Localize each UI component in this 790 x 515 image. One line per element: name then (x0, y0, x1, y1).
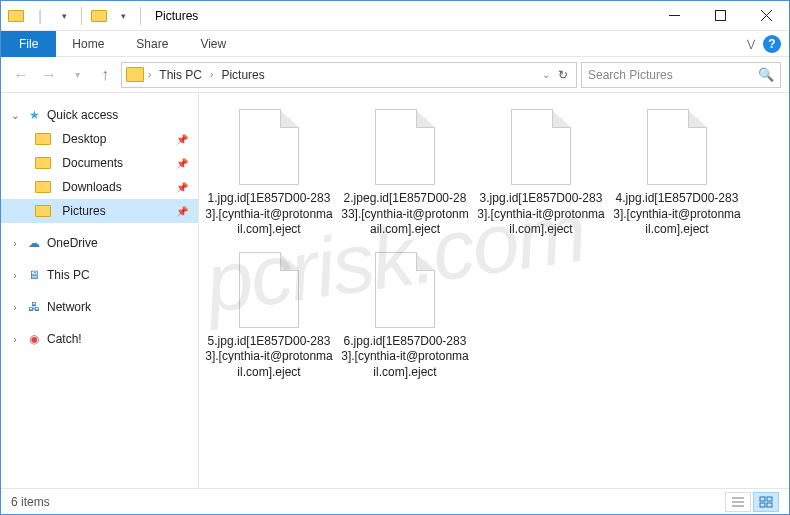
tab-view[interactable]: View (184, 31, 242, 57)
forward-button[interactable]: → (37, 63, 61, 87)
file-item[interactable]: 4.jpg.id[1E857D00-2833].[cynthia-it@prot… (613, 109, 741, 238)
status-bar: 6 items (1, 488, 789, 514)
details-view-button[interactable] (725, 492, 751, 512)
file-area[interactable]: 1.jpg.id[1E857D00-2833].[cynthia-it@prot… (199, 93, 789, 489)
sidebar-item-catch[interactable]: › ◉ Catch! (1, 327, 198, 351)
sidebar-item-label: Network (47, 300, 91, 314)
file-item[interactable]: 6.jpg.id[1E857D00-2833].[cynthia-it@prot… (341, 252, 469, 381)
window-controls (651, 1, 789, 31)
sidebar-item-network[interactable]: › 🖧 Network (1, 295, 198, 319)
sidebar-item-label: Quick access (47, 108, 118, 122)
qat-dropdown-icon[interactable]: ▾ (53, 5, 75, 27)
sidebar-item-label: Documents (62, 156, 123, 170)
sidebar-item-documents[interactable]: Documents 📌 (1, 151, 198, 175)
sidebar-item-label: OneDrive (47, 236, 98, 250)
folder-icon (126, 67, 144, 82)
refresh-icon[interactable]: ↻ (558, 68, 568, 82)
dropdown-icon[interactable]: ⌄ (542, 69, 550, 80)
expand-ribbon-icon[interactable]: ⋁ (747, 38, 755, 49)
qat-dropdown-icon[interactable]: ▾ (112, 5, 134, 27)
file-icon (375, 252, 435, 328)
folder-icon (35, 157, 51, 169)
search-placeholder: Search Pictures (588, 68, 673, 82)
sidebar-item-onedrive[interactable]: › ☁ OneDrive (1, 231, 198, 255)
file-name: 5.jpg.id[1E857D00-2833].[cynthia-it@prot… (205, 334, 333, 381)
pin-icon: 📌 (176, 206, 188, 217)
address-bar[interactable]: › This PC › Pictures ⌄ ↻ (121, 62, 577, 88)
file-item[interactable]: 1.jpg.id[1E857D00-2833].[cynthia-it@prot… (205, 109, 333, 238)
sidebar-item-label: Desktop (62, 132, 106, 146)
breadcrumb-root[interactable]: This PC (153, 63, 208, 87)
file-icon (375, 109, 435, 185)
chevron-right-icon[interactable]: › (210, 69, 213, 80)
file-icon (511, 109, 571, 185)
quick-access-toolbar: | ▾ ▾ (1, 5, 149, 27)
sidebar-item-this-pc[interactable]: › 🖥 This PC (1, 263, 198, 287)
chevron-right-icon[interactable]: › (9, 238, 21, 249)
svg-rect-7 (760, 497, 765, 501)
sidebar-item-pictures[interactable]: Pictures 📌 (1, 199, 198, 223)
pin-icon: 📌 (176, 158, 188, 169)
ribbon: File Home Share View ⋁ ? (1, 31, 789, 57)
qat-sep: | (29, 5, 51, 27)
svg-rect-8 (767, 497, 772, 501)
breadcrumb-current[interactable]: Pictures (215, 63, 270, 87)
chevron-right-icon[interactable]: › (9, 334, 21, 345)
network-icon: 🖧 (25, 300, 43, 314)
folder-icon (35, 181, 51, 193)
file-icon (239, 109, 299, 185)
tab-share[interactable]: Share (120, 31, 184, 57)
folder-icon (35, 205, 51, 217)
icons-view-button[interactable] (753, 492, 779, 512)
folder-small-icon[interactable] (88, 5, 110, 27)
svg-rect-10 (767, 503, 772, 507)
file-icon (239, 252, 299, 328)
svg-rect-1 (715, 11, 725, 21)
monitor-icon: 🖥 (25, 268, 43, 282)
svg-rect-9 (760, 503, 765, 507)
sidebar-item-label: Downloads (62, 180, 121, 194)
body-area: ⌄ ★ Quick access Desktop 📌 Documents 📌 D… (1, 93, 789, 489)
chevron-down-icon[interactable]: ⌄ (9, 110, 21, 121)
search-icon[interactable]: 🔍 (758, 67, 774, 82)
chevron-right-icon[interactable]: › (9, 270, 21, 281)
sidebar-item-label: Catch! (47, 332, 82, 346)
maximize-button[interactable] (697, 1, 743, 31)
chevron-right-icon[interactable]: › (148, 69, 151, 80)
cloud-icon: ☁ (25, 236, 43, 250)
sidebar-item-desktop[interactable]: Desktop 📌 (1, 127, 198, 151)
pin-icon: 📌 (176, 182, 188, 193)
star-icon: ★ (25, 108, 43, 122)
properties-icon[interactable] (5, 5, 27, 27)
tab-home[interactable]: Home (56, 31, 120, 57)
help-icon[interactable]: ? (763, 35, 781, 53)
file-name: 1.jpg.id[1E857D00-2833].[cynthia-it@prot… (205, 191, 333, 238)
sidebar-item-downloads[interactable]: Downloads 📌 (1, 175, 198, 199)
file-item[interactable]: 2.jpeg.id[1E857D00-2833].[cynthia-it@pro… (341, 109, 469, 238)
file-name: 2.jpeg.id[1E857D00-2833].[cynthia-it@pro… (341, 191, 469, 238)
recent-locations-icon[interactable]: ▾ (65, 63, 89, 87)
folder-icon (35, 133, 51, 145)
file-item[interactable]: 3.jpg.id[1E857D00-2833].[cynthia-it@prot… (477, 109, 605, 238)
up-button[interactable]: ↑ (93, 63, 117, 87)
navigation-bar: ← → ▾ ↑ › This PC › Pictures ⌄ ↻ Search … (1, 57, 789, 93)
back-button[interactable]: ← (9, 63, 33, 87)
file-name: 3.jpg.id[1E857D00-2833].[cynthia-it@prot… (477, 191, 605, 238)
search-input[interactable]: Search Pictures 🔍 (581, 62, 781, 88)
file-item[interactable]: 5.jpg.id[1E857D00-2833].[cynthia-it@prot… (205, 252, 333, 381)
file-name: 4.jpg.id[1E857D00-2833].[cynthia-it@prot… (613, 191, 741, 238)
status-count: 6 items (11, 495, 50, 509)
chevron-right-icon[interactable]: › (9, 302, 21, 313)
catch-icon: ◉ (25, 332, 43, 346)
separator (81, 7, 82, 25)
close-button[interactable] (743, 1, 789, 31)
sidebar-item-label: This PC (47, 268, 90, 282)
file-name: 6.jpg.id[1E857D00-2833].[cynthia-it@prot… (341, 334, 469, 381)
window-title: Pictures (155, 9, 198, 23)
file-tab[interactable]: File (1, 31, 56, 57)
sidebar-quick-access[interactable]: ⌄ ★ Quick access (1, 103, 198, 127)
titlebar: | ▾ ▾ Pictures (1, 1, 789, 31)
minimize-button[interactable] (651, 1, 697, 31)
separator (140, 7, 141, 25)
file-icon (647, 109, 707, 185)
